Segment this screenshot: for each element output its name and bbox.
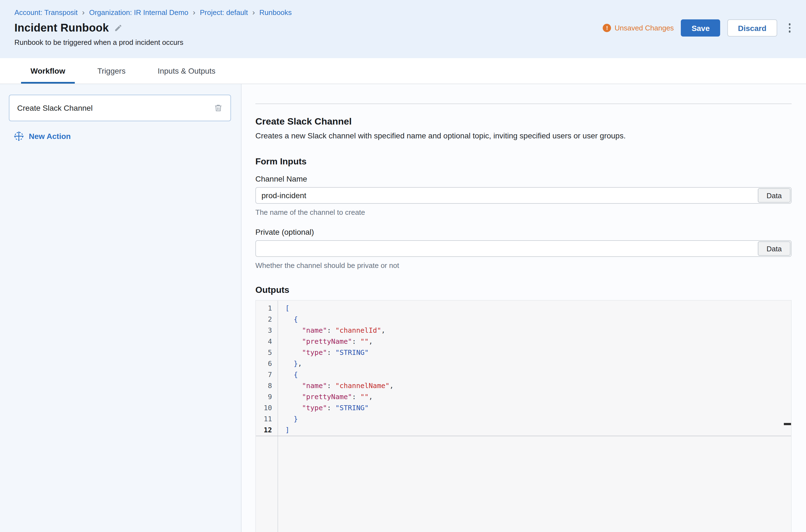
- private-input[interactable]: [255, 240, 792, 257]
- action-card-create-slack-channel[interactable]: Create Slack Channel: [9, 95, 231, 121]
- breadcrumb-item-project-default[interactable]: Project: default: [200, 8, 248, 16]
- tab-workflow[interactable]: Workflow: [21, 58, 75, 83]
- private-data-button[interactable]: Data: [758, 241, 790, 256]
- breadcrumb-item-account-transposit[interactable]: Account: Transposit: [14, 8, 77, 16]
- delete-action-icon[interactable]: [214, 103, 223, 112]
- code-line: },: [285, 358, 791, 369]
- line-number: 9: [256, 392, 272, 402]
- edit-title-icon[interactable]: [114, 24, 123, 32]
- channel-name-label: Channel Name: [255, 174, 792, 183]
- line-number: 7: [256, 369, 272, 380]
- warning-icon: !: [603, 24, 611, 32]
- line-number: 4: [256, 336, 272, 347]
- field-private: Private (optional) Data Whether the chan…: [255, 228, 792, 270]
- breadcrumb-separator: ›: [193, 8, 195, 17]
- line-number: 5: [256, 347, 272, 358]
- plus-icon: [13, 131, 24, 142]
- action-detail-pane: Create Slack Channel Creates a new Slack…: [241, 84, 806, 532]
- workflow-steps-panel: Create Slack Channel New Action: [0, 84, 241, 532]
- code-line: "prettyName": "",: [285, 336, 791, 347]
- discard-button[interactable]: Discard: [727, 19, 777, 37]
- form-inputs-heading: Form Inputs: [255, 157, 792, 167]
- editor-scrollbar-thumb[interactable]: [784, 423, 791, 425]
- header: Account: Transposit›Organization: IR Int…: [0, 0, 806, 58]
- line-number: 6: [256, 358, 272, 369]
- breadcrumb: Account: Transposit›Organization: IR Int…: [14, 8, 292, 17]
- editor-active-line-rule: [256, 436, 791, 436]
- detail-divider: [255, 103, 792, 104]
- tab-bar: WorkflowTriggersInputs & Outputs: [0, 58, 806, 84]
- code-line: }: [285, 414, 791, 424]
- line-number: 11: [256, 414, 272, 424]
- new-action-button[interactable]: New Action: [13, 131, 241, 142]
- breadcrumb-separator: ›: [82, 8, 85, 17]
- breadcrumb-item-organization-ir-internal-demo[interactable]: Organization: IR Internal Demo: [89, 8, 188, 16]
- breadcrumb-separator: ›: [252, 8, 255, 17]
- private-help: Whether the channel should be private or…: [255, 261, 792, 270]
- page-title: Incident Runbook: [14, 22, 109, 34]
- field-channel-name: Channel Name Data The name of the channe…: [255, 174, 792, 216]
- code-line: "prettyName": "",: [285, 392, 791, 402]
- line-number: 3: [256, 325, 272, 336]
- unsaved-changes-badge: ! Unsaved Changes: [603, 24, 674, 32]
- save-button[interactable]: Save: [681, 19, 720, 37]
- breadcrumb-item-runbooks[interactable]: Runbooks: [259, 8, 292, 16]
- code-line: {: [285, 314, 791, 325]
- code-line: "name": "channelId",: [285, 325, 791, 336]
- outputs-code-editor[interactable]: 123456789101112 [ { "name": "channelId",…: [255, 300, 792, 532]
- line-number: 2: [256, 314, 272, 325]
- line-number: 12: [256, 424, 272, 436]
- header-left: Account: Transposit›Organization: IR Int…: [14, 8, 292, 46]
- channel-name-data-button[interactable]: Data: [758, 188, 790, 203]
- new-action-label: New Action: [29, 132, 71, 140]
- private-label: Private (optional): [255, 228, 792, 236]
- tab-inputs-outputs[interactable]: Inputs & Outputs: [148, 58, 225, 83]
- code-line: [: [285, 303, 791, 314]
- code-line: "type": "STRING": [285, 402, 791, 414]
- line-number: 8: [256, 380, 272, 392]
- unsaved-changes-label: Unsaved Changes: [615, 24, 674, 32]
- code-line: {: [285, 369, 791, 380]
- header-actions: ! Unsaved Changes Save Discard: [603, 19, 794, 37]
- editor-gutter: 123456789101112: [256, 301, 278, 532]
- action-title: Create Slack Channel: [255, 116, 792, 127]
- code-line: ]: [285, 424, 791, 436]
- outputs-heading: Outputs: [255, 285, 792, 295]
- page-subtitle: Runbook to be triggered when a prod inci…: [14, 38, 292, 46]
- app-window: Account: Transposit›Organization: IR Int…: [0, 0, 806, 532]
- code-line: "type": "STRING": [285, 347, 791, 358]
- line-number: 10: [256, 402, 272, 414]
- channel-name-help: The name of the channel to create: [255, 208, 792, 216]
- line-number: 1: [256, 303, 272, 314]
- code-line: "name": "channelName",: [285, 380, 791, 392]
- channel-name-input[interactable]: [255, 187, 792, 204]
- editor-code: [ { "name": "channelId", "prettyName": "…: [278, 301, 791, 532]
- kebab-menu-icon[interactable]: [785, 21, 794, 35]
- action-description: Creates a new Slack channel with specifi…: [255, 131, 792, 141]
- action-card-label: Create Slack Channel: [17, 103, 92, 112]
- tab-triggers[interactable]: Triggers: [88, 58, 135, 83]
